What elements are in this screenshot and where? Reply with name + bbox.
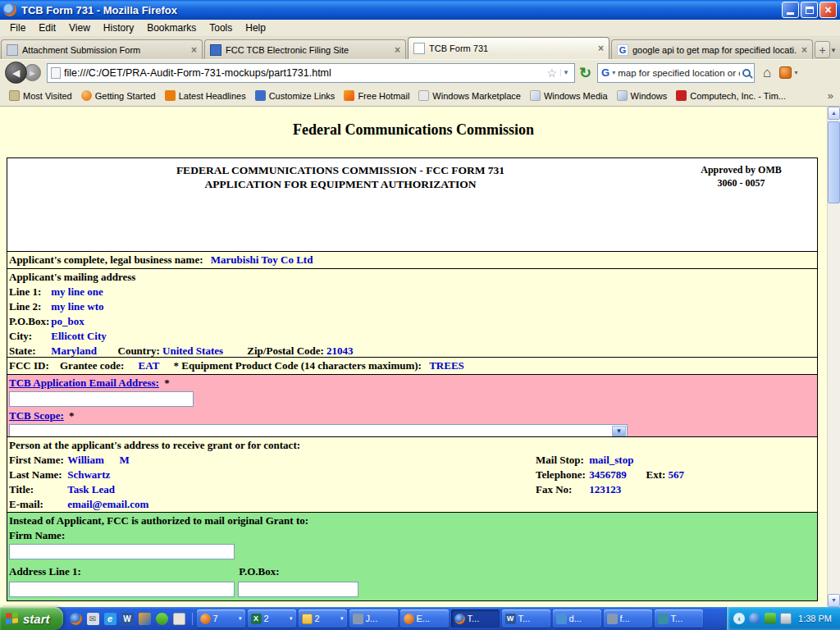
taskbar-button-f[interactable]: f... (604, 609, 652, 628)
menu-view[interactable]: View (62, 21, 97, 35)
scroll-up-icon[interactable]: ▲ (828, 107, 840, 120)
taskbar-button-t[interactable]: T... (655, 609, 703, 628)
required-asterisk: * (69, 409, 75, 422)
messenger-quicklaunch-icon[interactable] (156, 613, 168, 625)
minimize-button[interactable] (782, 2, 799, 18)
taskbar-button-j[interactable]: J... (349, 609, 398, 628)
bookmark-free-hotmail[interactable]: Free Hotmail (340, 89, 413, 103)
tab-close-icon[interactable]: × (801, 45, 807, 55)
back-button[interactable]: ◀ (5, 62, 27, 84)
app-icon (779, 66, 792, 79)
maximize-button[interactable] (801, 2, 818, 18)
tab-fcc-tcb-filing-site[interactable]: FCC TCB Electronic Filing Site × (204, 39, 406, 59)
bookmark-getting-started[interactable]: Getting Started (77, 89, 160, 103)
search-icon[interactable] (742, 69, 751, 77)
taskbar-button-e[interactable]: E... (400, 609, 449, 628)
tab-bar: Attachment Submission Form × FCC TCB Ele… (0, 37, 840, 59)
grant-pobox-input[interactable] (238, 582, 358, 597)
menu-edit[interactable]: Edit (32, 21, 62, 35)
taskbar-group-button-excel[interactable]: X 2 ▾ (248, 609, 296, 628)
select-dropdown-icon[interactable]: ▼ (612, 426, 626, 436)
firm-name-input[interactable] (9, 544, 235, 559)
tcb-email-label: TCB Application Email Address: (9, 377, 159, 389)
form-title-line2: APPLICATION FOR EQUIPMENT AUTHORIZATION (9, 177, 672, 191)
close-button[interactable]: × (819, 2, 837, 18)
ext-value: 567 (669, 468, 685, 481)
menu-file[interactable]: File (3, 21, 32, 35)
search-input[interactable] (618, 64, 740, 82)
vertical-scrollbar[interactable]: ▲ ▼ (827, 107, 840, 607)
taskbar-button-tcb-form-active[interactable]: T... (451, 609, 500, 628)
equipment-product-code-value: TREES (429, 359, 464, 372)
email-value: email@email.com (67, 498, 148, 510)
fcc-id-label: FCC ID: (9, 359, 49, 372)
start-button[interactable]: start (0, 607, 63, 630)
menu-help[interactable]: Help (239, 21, 272, 35)
app-icon (404, 614, 414, 624)
app-menu-button[interactable]: ▾ (779, 66, 797, 79)
reload-button[interactable]: ↻ (579, 66, 591, 80)
tcb-email-input[interactable] (9, 391, 194, 407)
bookmarks-overflow-icon[interactable]: » (828, 89, 835, 102)
first-name-value: William (67, 453, 116, 468)
bookmark-star-icon[interactable]: ☆ (547, 67, 558, 79)
tcb-scope-label: TCB Scope: (9, 409, 64, 422)
tray-collapse-icon[interactable]: ‹ (733, 613, 745, 624)
url-history-dropdown-icon[interactable]: ▼ (560, 69, 571, 76)
grant-address1-input[interactable] (9, 582, 235, 597)
list-all-tabs-icon[interactable]: ▼ (830, 47, 837, 54)
tab-attachment-submission-form[interactable]: Attachment Submission Form × (1, 39, 203, 59)
menu-bookmarks[interactable]: Bookmarks (140, 21, 203, 35)
taskbar-group-button-folders[interactable]: 2 ▾ (299, 609, 347, 628)
tray-shield-icon[interactable] (765, 613, 776, 624)
menu-history[interactable]: History (97, 21, 140, 35)
scroll-down-icon[interactable]: ▼ (828, 594, 840, 607)
bookmark-windows[interactable]: Windows (613, 89, 672, 103)
quick-launch-bar: ✉ e W (63, 613, 193, 625)
menu-tools[interactable]: Tools (203, 21, 239, 35)
bookmark-windows-marketplace[interactable]: Windows Marketplace (414, 89, 525, 103)
taskbar-button-word[interactable]: W T... (502, 609, 550, 628)
tab-close-icon[interactable]: × (395, 45, 400, 55)
email-row: E-mail: email@email.com (9, 497, 815, 512)
email-label: E-mail: (9, 497, 65, 512)
tab-tcb-form-731[interactable]: TCB Form 731 × (408, 37, 609, 59)
home-button[interactable]: ⌂ (763, 66, 771, 80)
new-tab-button[interactable]: + (815, 41, 830, 58)
tab-google-api-map[interactable]: G google api to get map for specified lo… (611, 39, 813, 59)
taskbar: start ✉ e W 7 ▾ X 2 ▾ 2 ▾ J... (0, 607, 840, 630)
folder-icon (302, 614, 313, 624)
media-player-quicklaunch-icon[interactable] (139, 613, 151, 625)
taskbar-button-d[interactable]: d... (553, 609, 601, 628)
tab-close-icon[interactable]: × (598, 43, 604, 53)
search-engine-dropdown-icon[interactable]: ▾ (612, 69, 615, 76)
bookmark-most-visited[interactable]: Most Visited (5, 89, 76, 103)
computech-icon (676, 90, 687, 101)
window-titlebar[interactable]: TCB Form 731 - Mozilla Firefox × (0, 0, 840, 20)
search-bar[interactable]: G ▾ (597, 63, 755, 83)
scrollbar-thumb[interactable] (828, 121, 840, 203)
group-expand-icon: ▾ (340, 615, 344, 622)
group-expand-icon: ▾ (290, 615, 293, 622)
bookmark-computech[interactable]: Computech, Inc. - Tim... (672, 89, 790, 103)
tray-update-icon[interactable] (749, 613, 760, 624)
url-bar[interactable]: ☆ ▼ (47, 63, 575, 83)
word-quicklaunch-icon[interactable]: W (121, 613, 134, 625)
tray-network-icon[interactable] (780, 613, 792, 624)
ie-quicklaunch-icon[interactable]: e (104, 613, 116, 625)
tab-close-icon[interactable]: × (191, 45, 197, 55)
taskbar-group-button-1[interactable]: 7 ▾ (197, 609, 245, 628)
fcc-favicon (210, 44, 221, 56)
url-input[interactable] (64, 64, 544, 82)
show-desktop-icon[interactable] (173, 613, 185, 625)
tcb-scope-select[interactable]: ▼ (9, 424, 628, 436)
bookmark-windows-media[interactable]: Windows Media (526, 89, 612, 103)
task-button-label: T... (671, 614, 700, 623)
bookmark-customize-links[interactable]: Customize Links (251, 89, 340, 103)
mailing-address-heading: Applicant's mailing address (9, 270, 815, 285)
tab-label: Attachment Submission Form (22, 45, 187, 55)
mail-quicklaunch-icon[interactable]: ✉ (87, 613, 99, 625)
firefox-quicklaunch-icon[interactable] (70, 613, 82, 625)
line1-value: my line one (51, 285, 103, 298)
bookmark-latest-headlines[interactable]: Latest Headlines (161, 89, 250, 103)
